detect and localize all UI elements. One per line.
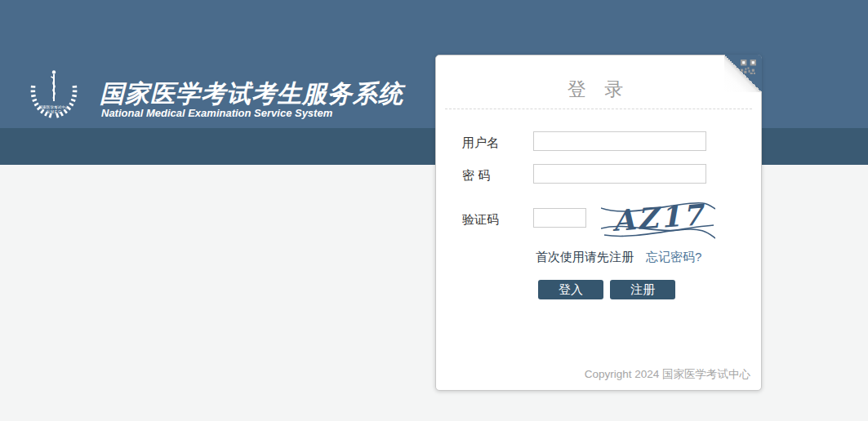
username-input[interactable] (533, 131, 706, 151)
register-hint-link[interactable]: 首次使用请先注册 (536, 250, 634, 265)
qr-code-icon (741, 60, 756, 75)
captcha-label: 验证码 (462, 212, 499, 228)
links-row: 首次使用请先注册 忘记密码? (536, 250, 701, 265)
nmec-logo: 国家医学考试中心 N M E C (27, 67, 81, 121)
password-input[interactable] (533, 164, 706, 184)
copyright-text: Copyright 2024 国家医学考试中心 (585, 367, 750, 382)
app-title: 国家医学考试考生服务系统 (100, 78, 403, 111)
logo-caption-en: N M E C (47, 110, 61, 114)
divider (445, 109, 752, 109)
login-title: 登 录 (436, 77, 761, 102)
password-label: 密 码 (462, 168, 490, 184)
forgot-password-link[interactable]: 忘记密码? (646, 250, 701, 265)
username-label: 用户名 (462, 135, 499, 151)
nmec-emblem-icon: 国家医学考试中心 N M E C (27, 67, 81, 121)
register-button[interactable]: 注册 (610, 280, 675, 299)
captcha-image[interactable]: AZ17 (601, 197, 715, 240)
login-button[interactable]: 登入 (538, 280, 603, 299)
captcha-input[interactable] (533, 208, 586, 228)
login-panel: 登 录 用户名 密 码 验证码 AZ17 首次使用请先注册 忘记密码? 登入 注… (435, 55, 762, 391)
app-subtitle: National Medical Examination Service Sys… (101, 107, 332, 119)
